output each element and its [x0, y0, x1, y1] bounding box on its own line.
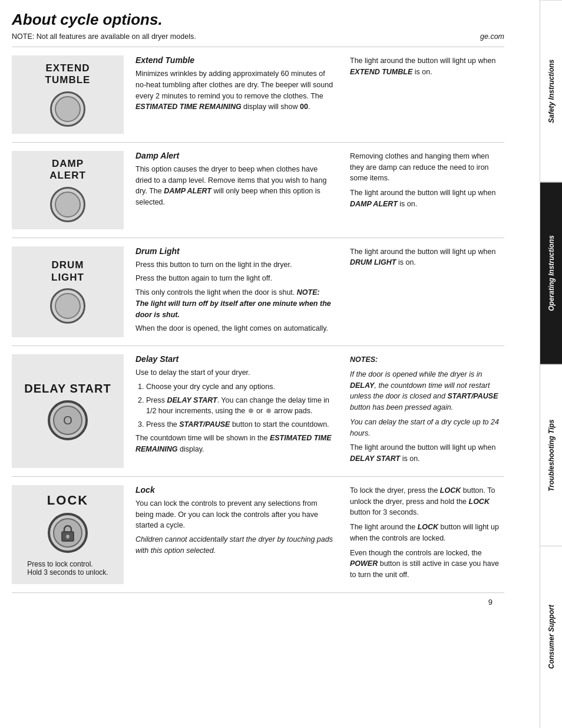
- page-wrapper: About cycle options. NOTE: Not all featu…: [0, 0, 562, 728]
- delay-start-button[interactable]: O: [48, 400, 88, 440]
- extend-tumble-side-text: The light around the button will light u…: [350, 55, 500, 78]
- damp-alert-heading: Damp Alert: [135, 151, 333, 160]
- extend-tumble-button-inner: [55, 96, 81, 122]
- section-extend-tumble: EXTENDTUMBLE Extend Tumble Minimizes wri…: [12, 47, 504, 142]
- extend-tumble-desc: Extend Tumble Minimizes wrinkles by addi…: [130, 55, 339, 134]
- note-line: NOTE: Not all features are available on …: [12, 32, 504, 41]
- section-delay-start: Delay Start O Delay Start Use to delay t…: [12, 345, 504, 476]
- drum-light-icon-cell: DRUMLIGHT: [12, 246, 124, 338]
- extend-tumble-side: The light around the button will light u…: [345, 55, 504, 134]
- drum-light-heading: Drum Light: [135, 246, 333, 256]
- lock-button-inner: [53, 518, 82, 548]
- section-drum-light: DRUMLIGHT Drum Light Press this button t…: [12, 238, 504, 346]
- damp-alert-side-para1: Removing clothes and hanging them when t…: [350, 151, 500, 184]
- delay-start-desc: Delay Start Use to delay the start of yo…: [130, 354, 339, 468]
- extend-tumble-heading: Extend Tumble: [135, 55, 333, 65]
- lock-side-para1: To lock the dryer, press the LOCK button…: [350, 485, 500, 518]
- page-number: 9: [488, 598, 492, 607]
- section-lock: Lock Press to lock control. Hold 3 secon…: [12, 476, 504, 592]
- damp-alert-button[interactable]: [50, 187, 85, 222]
- delay-start-label: Delay Start: [24, 381, 111, 396]
- drum-light-desc: Drum Light Press this button to turn on …: [130, 246, 339, 338]
- extend-tumble-label: EXTENDTUMBLE: [45, 62, 91, 87]
- delay-start-notes-title: NOTES:: [350, 354, 500, 365]
- delay-start-list: Choose your dry cycle and any options. P…: [135, 381, 333, 430]
- section-damp-alert: DAMPALERT Damp Alert This option causes …: [12, 142, 504, 238]
- extend-tumble-button[interactable]: [50, 91, 85, 127]
- drum-light-para4: When the door is opened, the light comes…: [135, 323, 333, 334]
- lock-desc: Lock You can lock the controls to preven…: [130, 485, 339, 584]
- delay-start-note2: You can delay the start of a dry cycle u…: [350, 417, 500, 439]
- drum-light-button-inner: [55, 293, 81, 319]
- drum-light-button[interactable]: [50, 288, 85, 324]
- lock-side: To lock the dryer, press the LOCK button…: [345, 485, 504, 584]
- lock-side-para2: The light around the LOCK button will li…: [350, 522, 500, 544]
- drum-light-para2: Press the button again to turn the light…: [135, 273, 333, 284]
- right-sidebar: Safety Instructions Operating Instructio…: [540, 0, 562, 728]
- extend-tumble-icon-cell: EXTENDTUMBLE: [12, 55, 124, 134]
- lock-side-para3: Even though the controls are locked, the…: [350, 548, 500, 581]
- delay-start-button-inner: O: [53, 406, 82, 435]
- lock-para1: You can lock the controls to prevent any…: [135, 498, 333, 531]
- damp-alert-label: DAMPALERT: [49, 158, 86, 182]
- delay-start-step2: Press DELAY START. You can change the de…: [146, 395, 333, 417]
- page-number-row: 9: [12, 592, 504, 611]
- drum-light-para3: This only controls the light when the do…: [135, 287, 333, 320]
- sidebar-tab-operating: Operating Instructions: [540, 182, 562, 364]
- sidebar-tab-consumer: Consumer Support: [540, 546, 562, 728]
- sidebar-tab-troubleshooting: Troubleshooting Tips: [540, 364, 562, 546]
- lock-heading: Lock: [135, 485, 333, 495]
- lock-para2: Children cannot accidentally start the d…: [135, 534, 333, 556]
- note-text: NOTE: Not all features are available on …: [12, 32, 196, 41]
- delay-start-icon-cell: Delay Start O: [12, 354, 124, 468]
- delay-start-side: NOTES: If the door is opened while the d…: [345, 354, 504, 468]
- delay-start-intro: Use to delay the start of your dryer.: [135, 367, 333, 378]
- damp-alert-desc: Damp Alert This option causes the dryer …: [130, 151, 339, 229]
- lock-button[interactable]: [48, 513, 88, 553]
- svg-rect-2: [67, 536, 69, 539]
- drum-light-side: The light around the button will light u…: [345, 246, 504, 338]
- extend-tumble-para: Minimizes wrinkles by adding approximate…: [135, 68, 333, 113]
- sidebar-tab-safety: Safety Instructions: [540, 0, 562, 182]
- main-content: About cycle options. NOTE: Not all featu…: [0, 0, 540, 728]
- delay-start-note3: The light around the button will light u…: [350, 442, 500, 465]
- drum-light-para1: Press this button to turn on the light i…: [135, 259, 333, 271]
- delay-start-end: The countdown time will be shown in the …: [135, 433, 333, 455]
- ge-com: ge.com: [480, 32, 504, 41]
- damp-alert-side-para2: The light around the button will light u…: [350, 187, 500, 210]
- damp-alert-button-inner: [55, 192, 81, 218]
- drum-light-side-text: The light around the button will light u…: [350, 246, 500, 269]
- lock-svg-icon: [59, 523, 76, 542]
- damp-alert-icon-cell: DAMPALERT: [12, 151, 124, 229]
- page-title: About cycle options.: [12, 11, 504, 29]
- damp-alert-side: Removing clothes and hanging them when t…: [345, 151, 504, 229]
- delay-start-step1: Choose your dry cycle and any options.: [146, 381, 333, 393]
- delay-start-note1: If the door is opened while the dryer is…: [350, 369, 500, 413]
- lock-label: Lock: [47, 493, 88, 508]
- delay-start-step3: Press the START/PAUSE button to start th…: [146, 419, 333, 430]
- lock-icon-cell: Lock Press to lock control. Hold 3 secon…: [12, 485, 124, 584]
- drum-light-label: DRUMLIGHT: [51, 259, 84, 284]
- delay-start-heading: Delay Start: [135, 354, 333, 364]
- lock-caption: Press to lock control. Hold 3 seconds to…: [25, 560, 110, 577]
- damp-alert-para: This option causes the dryer to beep whe…: [135, 164, 333, 208]
